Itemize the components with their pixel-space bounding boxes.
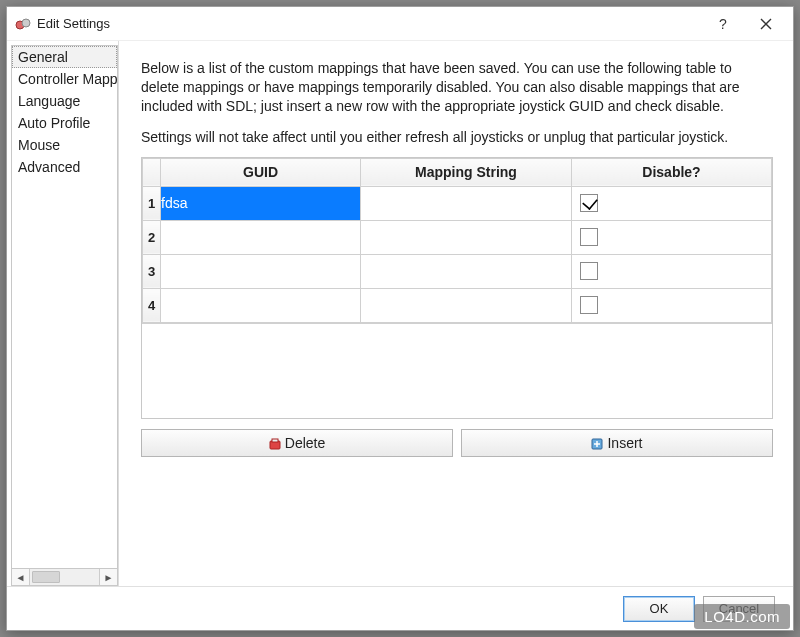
- insert-button[interactable]: Insert: [461, 429, 773, 457]
- table-row[interactable]: 4: [143, 288, 772, 322]
- description-1: Below is a list of the custom mappings t…: [141, 59, 773, 116]
- tab-controller-mapping[interactable]: Controller Mapping: [12, 68, 117, 90]
- col-guid[interactable]: GUID: [161, 158, 361, 186]
- dialog-window: Edit Settings ? General Controller Mappi…: [6, 6, 794, 631]
- row-number[interactable]: 4: [143, 288, 161, 322]
- sidebar-item-label: General: [18, 49, 68, 65]
- table-row[interactable]: 3: [143, 254, 772, 288]
- main-panel: Below is a list of the custom mappings t…: [119, 41, 793, 586]
- app-icon: [15, 16, 31, 32]
- scroll-left-icon[interactable]: ◄: [12, 569, 30, 585]
- table-corner: [143, 158, 161, 186]
- col-mapping[interactable]: Mapping String: [361, 158, 572, 186]
- delete-button[interactable]: Delete: [141, 429, 453, 457]
- tab-general[interactable]: General: [12, 46, 117, 68]
- table-empty-area: [142, 323, 772, 418]
- tab-advanced[interactable]: Advanced: [12, 156, 117, 178]
- checkbox-icon[interactable]: [580, 194, 598, 212]
- table-row[interactable]: 2: [143, 220, 772, 254]
- titlebar: Edit Settings ?: [7, 7, 793, 41]
- cell-guid[interactable]: [161, 288, 361, 322]
- table-row[interactable]: 1 fdsa: [143, 186, 772, 220]
- sidebar-item-label: Auto Profile: [18, 115, 90, 131]
- cell-guid[interactable]: fdsa: [161, 186, 361, 220]
- sidebar-item-label: Language: [18, 93, 80, 109]
- cell-disable[interactable]: [572, 288, 772, 322]
- watermark: LO4D.com: [694, 604, 790, 629]
- sidebar-item-label: Mouse: [18, 137, 60, 153]
- cell-mapping[interactable]: [361, 220, 572, 254]
- insert-icon: [591, 437, 603, 449]
- checkbox-icon[interactable]: [580, 296, 598, 314]
- window-title: Edit Settings: [37, 16, 110, 31]
- sidebar-scrollbar[interactable]: ◄ ►: [11, 568, 118, 586]
- sidebar: General Controller Mapping Language Auto…: [7, 41, 119, 586]
- cell-mapping[interactable]: [361, 186, 572, 220]
- scroll-right-icon[interactable]: ►: [99, 569, 117, 585]
- cell-guid[interactable]: [161, 254, 361, 288]
- svg-rect-3: [272, 439, 278, 442]
- checkbox-icon[interactable]: [580, 228, 598, 246]
- button-label: Delete: [285, 435, 325, 451]
- ok-button[interactable]: OK: [623, 596, 695, 622]
- mappings-table: GUID Mapping String Disable? 1 fdsa: [141, 157, 773, 419]
- description-2: Settings will not take affect until you …: [141, 128, 773, 147]
- sidebar-list[interactable]: General Controller Mapping Language Auto…: [11, 45, 118, 568]
- checkbox-icon[interactable]: [580, 262, 598, 280]
- delete-icon: [269, 437, 281, 449]
- tab-auto-profile[interactable]: Auto Profile: [12, 112, 117, 134]
- tab-language[interactable]: Language: [12, 90, 117, 112]
- scroll-thumb[interactable]: [32, 571, 60, 583]
- close-button[interactable]: [743, 9, 789, 39]
- row-number[interactable]: 3: [143, 254, 161, 288]
- sidebar-item-label: Controller Mapping: [18, 71, 117, 87]
- dialog-footer: OK Cancel: [7, 586, 793, 630]
- cell-disable[interactable]: [572, 186, 772, 220]
- close-icon: [760, 18, 772, 30]
- scroll-track[interactable]: [30, 569, 99, 585]
- cell-guid[interactable]: [161, 220, 361, 254]
- cell-disable[interactable]: [572, 220, 772, 254]
- cell-mapping[interactable]: [361, 288, 572, 322]
- row-number[interactable]: 1: [143, 186, 161, 220]
- client-area: General Controller Mapping Language Auto…: [7, 41, 793, 586]
- sidebar-item-label: Advanced: [18, 159, 80, 175]
- row-number[interactable]: 2: [143, 220, 161, 254]
- col-disable[interactable]: Disable?: [572, 158, 772, 186]
- cell-mapping[interactable]: [361, 254, 572, 288]
- button-label: Insert: [607, 435, 642, 451]
- table-button-row: Delete Insert: [141, 429, 773, 457]
- help-button[interactable]: ?: [703, 9, 743, 39]
- svg-point-1: [22, 19, 30, 27]
- cell-disable[interactable]: [572, 254, 772, 288]
- tab-mouse[interactable]: Mouse: [12, 134, 117, 156]
